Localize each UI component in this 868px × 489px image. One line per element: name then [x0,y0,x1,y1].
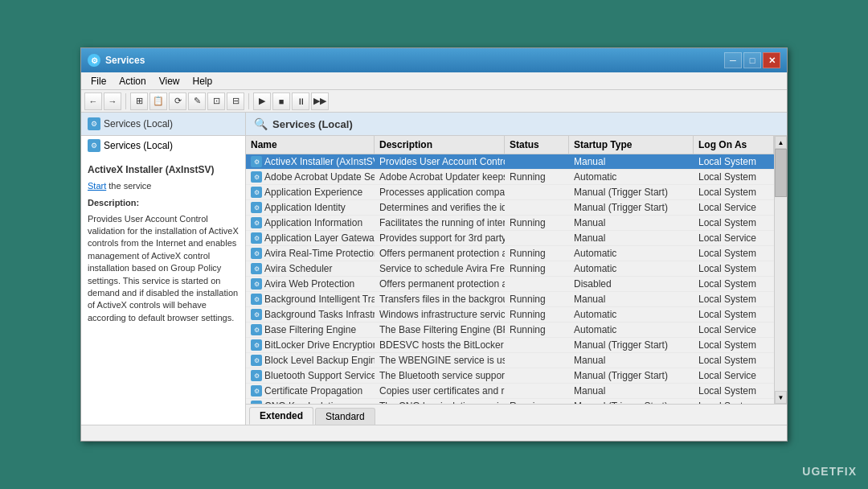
service-desc-cell: Provides support for 3rd party p... [375,231,505,245]
properties-button[interactable]: 📋 [149,92,167,110]
table-row[interactable]: ⚙Avira Web ProtectionOffers permanent pr… [246,277,774,292]
service-desc-cell: Copies user certificates and root... [375,384,505,398]
menu-view[interactable]: View [153,74,186,88]
table-row[interactable]: ⚙Base Filtering EngineThe Base Filtering… [246,323,774,338]
service-icon: ⚙ [251,278,262,290]
service-desc-cell: Facilitates the running of interac... [375,216,505,230]
show-hide-button[interactable]: ⊞ [130,92,148,110]
sidebar-tree-item[interactable]: ⚙ Services (Local) [81,136,245,155]
service-logon-cell: Local System [694,338,774,352]
service-name-label: Avira Real-Time Protection [264,248,375,259]
service-startup-cell: Manual (Trigger Start) [569,338,694,352]
service-startup-cell: Automatic [569,170,694,184]
maximize-button[interactable]: □ [743,52,761,68]
table-header: Name Description Status Startup Type Log… [246,136,774,154]
table-row[interactable]: ⚙Background Intelligent Tran...Transfers… [246,292,774,307]
table-row[interactable]: ⚙Block Level Backup Engine ...The WBENGI… [246,353,774,368]
col-header-name[interactable]: Name [246,136,375,154]
refresh-button[interactable]: ⟳ [169,92,186,110]
tab-standard[interactable]: Standard [315,408,375,425]
table-row[interactable]: ⚙Application ExperienceProcesses applica… [246,185,774,200]
table-row[interactable]: ⚙BitLocker Drive Encryption ...BDESVC ho… [246,338,774,353]
service-name-cell: ⚙Avira Web Protection [246,277,375,291]
table-row[interactable]: ⚙Adobe Acrobat Update Serv...Adobe Acrob… [246,170,774,185]
title-bar-left: ⚙ Services [88,54,145,67]
service-startup-cell: Automatic [569,261,694,276]
table-row[interactable]: ⚙ActiveX Installer (AxInstSV)Provides Us… [246,154,774,170]
service-name-label: Application Experience [264,187,362,198]
service-status-cell: Running [505,246,569,261]
service-status-cell [505,277,569,291]
service-name-cell: ⚙Background Tasks Infrastru... [246,307,375,322]
forward-button[interactable]: → [104,92,121,110]
menu-help[interactable]: Help [186,74,219,88]
service-name-cell: ⚙Application Information [246,216,375,230]
table-row[interactable]: ⚙Application IdentityDetermines and veri… [246,200,774,216]
service-status-cell [505,231,569,245]
menu-action[interactable]: Action [113,74,152,88]
export-button[interactable]: ✎ [188,92,206,110]
service-desc-cell: Service to schedule Avira Free A... [375,261,505,276]
service-name-cell: ⚙Application Layer Gateway ... [246,231,375,245]
col-header-logon[interactable]: Log On As [694,136,774,154]
col-header-description[interactable]: Description [375,136,505,154]
minimize-button[interactable]: ─ [724,52,742,68]
watermark-text: UGETFIX [802,465,857,478]
service-startup-cell: Automatic [569,307,694,322]
title-bar-controls: ─ □ ✕ [724,52,780,68]
scroll-down-button[interactable]: ▼ [775,391,787,404]
description-text: Provides User Account Control validation… [88,213,239,325]
service-desc-cell: Determines and verifies the iden... [375,200,505,215]
right-panel-title: Services (Local) [272,118,353,130]
scroll-up-button[interactable]: ▲ [775,136,787,149]
service-startup-cell: Manual [569,231,694,245]
col-header-status[interactable]: Status [505,136,569,154]
service-desc-cell: Windows infrastructure service t... [375,307,505,322]
services-local-icon: ⚙ [88,139,100,152]
sidebar-tree-icon: ⚙ [88,117,100,130]
service-name-label: Background Tasks Infrastru... [264,309,375,320]
table-row[interactable]: ⚙Avira SchedulerService to schedule Avir… [246,261,774,277]
back-button[interactable]: ← [84,92,102,110]
table-row[interactable]: ⚙Application InformationFacilitates the … [246,216,774,231]
scrollbar[interactable]: ▲ ▼ [774,136,787,404]
pause-service-button[interactable]: ⏸ [292,92,309,110]
service-name-cell: ⚙Adobe Acrobat Update Serv... [246,170,375,184]
table-row[interactable]: ⚙Bluetooth Support ServiceThe Bluetooth … [246,368,774,384]
menu-bar: File Action View Help [81,72,787,90]
service-name-label: ActiveX Installer (AxInstSV) [264,156,375,167]
col-header-startup[interactable]: Startup Type [569,136,694,154]
tab-extended[interactable]: Extended [249,407,313,425]
table-row[interactable]: ⚙Avira Real-Time ProtectionOffers perman… [246,246,774,261]
service-status-cell: Running [505,216,569,230]
view-button[interactable]: ⊟ [227,92,244,110]
services-table: Name Description Status Startup Type Log… [246,136,774,404]
start-service-link[interactable]: Start [88,181,106,191]
start-service-button[interactable]: ▶ [253,92,271,110]
stop-service-button[interactable]: ■ [272,92,290,110]
menu-file[interactable]: File [84,74,113,88]
table-row[interactable]: ⚙Background Tasks Infrastru...Windows in… [246,307,774,323]
service-icon: ⚙ [251,294,262,305]
service-name-cell: ⚙Certificate Propagation [246,384,375,398]
service-logon-cell: Local System [694,384,774,398]
scroll-thumb[interactable] [775,149,787,197]
restart-service-button[interactable]: ▶▶ [311,92,329,110]
close-button[interactable]: ✕ [763,52,780,68]
service-startup-cell: Manual (Trigger Start) [569,185,694,199]
service-desc-cell: BDESVC hosts the BitLocker Driv... [375,338,505,352]
service-logon-cell: Local System [694,307,774,322]
table-row[interactable]: ⚙Certificate PropagationCopies user cert… [246,384,774,399]
service-desc-cell: Offers permanent protection ag... [375,277,505,291]
service-icon: ⚙ [251,217,262,228]
service-status-cell [505,185,569,199]
service-logon-cell: Local Service [694,200,774,215]
service-name-cell: ⚙ActiveX Installer (AxInstSV) [246,154,375,169]
service-status-cell [505,154,569,169]
service-logon-cell: Local System [694,261,774,276]
scroll-track[interactable] [775,149,787,391]
table-row[interactable]: ⚙Application Layer Gateway ...Provides s… [246,231,774,246]
service-logon-cell: Local Service [694,323,774,337]
help-button[interactable]: ⊡ [207,92,225,110]
sidebar-header-label: Services (Local) [104,118,173,129]
